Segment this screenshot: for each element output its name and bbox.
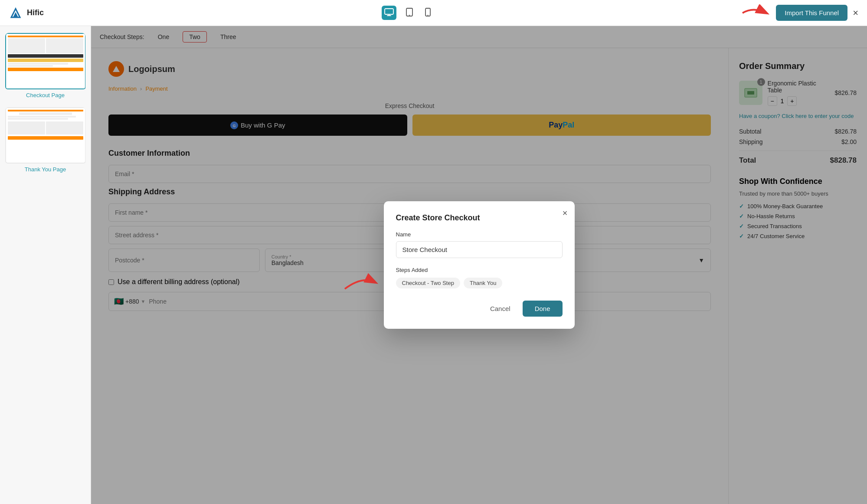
topbar-right: Import This Funnel × (771, 5, 858, 21)
modal-close-button[interactable]: × (563, 208, 568, 218)
step-tags: Checkout - Two Step Thank You (396, 278, 563, 288)
modal-container: Create Store Checkout × Name Steps Added… (384, 201, 575, 329)
svg-point-6 (427, 15, 428, 16)
modal-done-button[interactable]: Done (523, 301, 563, 317)
modal-name-label: Name (396, 231, 563, 238)
modal-name-input[interactable] (396, 241, 563, 258)
import-funnel-button[interactable]: Import This Funnel (776, 5, 847, 21)
desktop-device-btn[interactable] (382, 6, 396, 20)
thankyou-page-label: Thank You Page (5, 166, 85, 173)
main-layout: Checkout Page Thank You Page (0, 26, 867, 504)
modal-cancel-button[interactable]: Cancel (483, 301, 517, 317)
topbar-left: Hific (9, 6, 44, 20)
device-switcher (382, 5, 433, 20)
steps-added-label: Steps Added (396, 267, 563, 273)
arrow-import-icon (740, 4, 771, 22)
step-tag-checkout: Checkout - Two Step (396, 278, 460, 288)
checkout-area: Checkout Steps: One Two Three Logoipsum … (91, 26, 867, 504)
sidebar-page-thankyou[interactable]: Thank You Page (5, 107, 85, 173)
left-sidebar: Checkout Page Thank You Page (0, 26, 91, 504)
checkout-page-thumb (5, 33, 85, 89)
app-name: Hific (27, 8, 44, 17)
topbar: Hific Import This Funnel × (0, 0, 867, 26)
modal-title: Create Store Checkout (396, 213, 563, 223)
checkout-page-label: Checkout Page (5, 92, 85, 98)
app-logo-icon (9, 6, 23, 20)
modal-footer: Cancel Done (396, 301, 563, 317)
mobile-device-btn[interactable] (422, 5, 433, 20)
svg-rect-2 (385, 9, 393, 14)
thankyou-page-thumb (5, 107, 85, 164)
step-tag-thankyou: Thank You (464, 278, 502, 288)
create-store-checkout-modal: Create Store Checkout × Name Steps Added… (384, 201, 575, 329)
modal-overlay: Create Store Checkout × Name Steps Added… (91, 26, 867, 504)
arrow-modal-icon (340, 272, 380, 293)
tablet-device-btn[interactable] (403, 5, 416, 20)
svg-point-4 (409, 15, 410, 16)
close-button[interactable]: × (853, 7, 858, 19)
sidebar-page-checkout[interactable]: Checkout Page (5, 33, 85, 98)
